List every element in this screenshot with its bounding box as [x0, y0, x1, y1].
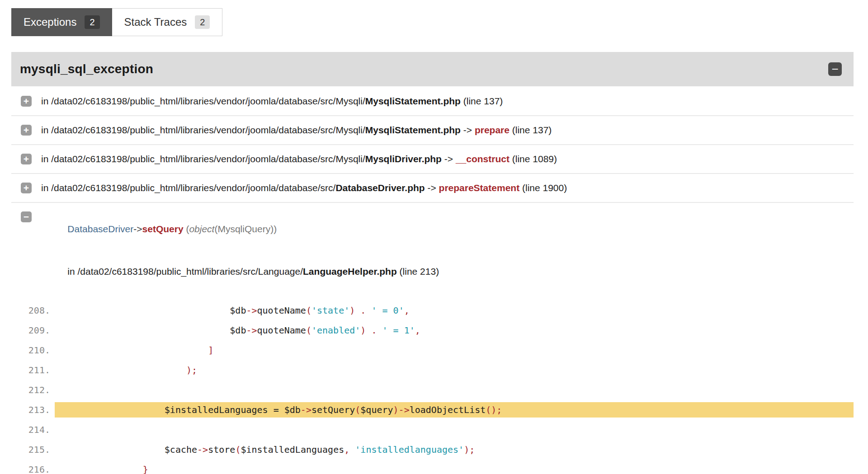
trace-row: +in /data02/c6183198/public_html/librari…	[11, 116, 854, 145]
tab-stack-traces-count-badge: 2	[195, 15, 210, 29]
tab-stack-traces[interactable]: Stack Traces 2	[112, 8, 223, 36]
file-name: MysqliStatement.php	[365, 96, 461, 106]
code-line: 216. }	[11, 460, 854, 474]
expanded-trace-body: DatabaseDriver->setQuery (object(MysqliQ…	[41, 210, 439, 291]
call-signature: DatabaseDriver->setQuery (object(MysqliQ…	[41, 210, 439, 248]
file-name: MysqliDriver.php	[365, 154, 442, 164]
exception-panel: mysqli_sql_exception − +in /data02/c6183…	[11, 52, 854, 474]
tab-bar: Exceptions 2 Stack Traces 2	[11, 8, 222, 36]
tab-stack-traces-label: Stack Traces	[124, 16, 187, 28]
code-text: );	[55, 362, 854, 378]
trace-text: in /data02/c6183198/public_html/librarie…	[41, 183, 567, 193]
method-name: setQuery	[142, 224, 184, 234]
exception-title: mysqli_sql_exception	[20, 62, 153, 76]
expand-icon[interactable]: +	[21, 96, 32, 107]
class-name: DatabaseDriver	[67, 224, 133, 234]
file-path-prefix: in /data02/c6183198/public_html/librarie…	[41, 154, 365, 164]
code-text: $db->quoteName('state') . ' = 0',	[55, 303, 854, 318]
code-line: 214.	[11, 420, 854, 440]
line-info: (line 1089)	[509, 154, 557, 164]
trace-text: in /data02/c6183198/public_html/librarie…	[41, 96, 503, 107]
collapse-frame-icon[interactable]: −	[21, 211, 32, 222]
code-excerpt: 208. $db->quoteName('state') . ' = 0',20…	[11, 300, 854, 474]
trace-row: +in /data02/c6183198/public_html/librari…	[11, 145, 854, 174]
method-name: prepareStatement	[439, 183, 520, 193]
code-text: $cache->store($installedLanguages, 'inst…	[55, 442, 854, 457]
args-type: object	[189, 224, 214, 234]
file-path-prefix: in /data02/c6183198/public_html/librarie…	[41, 96, 365, 106]
exception-header: mysqli_sql_exception −	[11, 52, 854, 86]
args-rest: (MysqliQuery))	[214, 224, 277, 234]
code-line: 208. $db->quoteName('state') . ' = 0',	[11, 300, 854, 320]
file-name: MysqliStatement.php	[365, 125, 461, 135]
file-name: LanguageHelper.php	[303, 266, 397, 277]
code-line: 212.	[11, 380, 854, 400]
expand-icon[interactable]: +	[21, 183, 32, 193]
line-info: (line 137)	[461, 96, 503, 106]
code-text	[55, 389, 854, 391]
arrow-operator: ->	[425, 183, 439, 193]
code-text: $db->quoteName('enabled') . ' = 1',	[55, 323, 854, 338]
arrow-operator: ->	[461, 125, 475, 135]
expand-icon[interactable]: +	[21, 125, 32, 136]
line-number: 210.	[11, 345, 55, 356]
code-line: 209. $db->quoteName('enabled') . ' = 1',	[11, 320, 854, 340]
call-arguments: (object(MysqliQuery))	[184, 224, 277, 234]
code-line-highlighted: 213. $installedLanguages = $db->setQuery…	[11, 400, 854, 420]
panel-collapse-icon[interactable]: −	[828, 62, 842, 76]
trace-text: in /data02/c6183198/public_html/librarie…	[41, 154, 557, 164]
expand-icon[interactable]: +	[21, 154, 32, 164]
trace-row: +in /data02/c6183198/public_html/librari…	[11, 174, 854, 203]
file-name: DatabaseDriver.php	[335, 183, 425, 193]
line-number: 215.	[11, 444, 55, 455]
line-number: 213.	[11, 404, 55, 415]
line-number: 211.	[11, 365, 55, 375]
args-open: (	[184, 224, 189, 234]
file-path-prefix: in /data02/c6183198/public_html/librarie…	[41, 183, 335, 193]
code-line: 215. $cache->store($installedLanguages, …	[11, 440, 854, 460]
trace-text: in /data02/c6183198/public_html/librarie…	[41, 125, 552, 136]
line-info: (line 1900)	[519, 183, 567, 193]
arrow-operator: ->	[133, 224, 142, 234]
tab-exceptions-label: Exceptions	[24, 16, 76, 28]
code-text: $installedLanguages = $db->setQuery($que…	[55, 402, 854, 418]
code-line: 211. );	[11, 360, 854, 380]
method-name: __construct	[456, 154, 509, 164]
line-number: 216.	[11, 464, 55, 474]
line-info: (line 213)	[397, 266, 439, 277]
code-text	[55, 428, 854, 431]
tab-exceptions-count-badge: 2	[85, 15, 99, 29]
file-path-prefix: in /data02/c6183198/public_html/librarie…	[67, 266, 303, 277]
tab-exceptions[interactable]: Exceptions 2	[11, 8, 112, 36]
file-path-prefix: in /data02/c6183198/public_html/librarie…	[41, 125, 365, 135]
code-text: }	[55, 462, 854, 474]
line-info: (line 137)	[509, 125, 552, 135]
expanded-trace-frame: − DatabaseDriver->setQuery (object(Mysql…	[11, 203, 854, 291]
code-line: 210. ]	[11, 340, 854, 360]
code-text: ]	[55, 343, 854, 358]
line-number: 209.	[11, 325, 55, 336]
line-number: 208.	[11, 305, 55, 316]
error-page: Exceptions 2 Stack Traces 2 mysqli_sql_e…	[0, 0, 868, 474]
trace-row: +in /data02/c6183198/public_html/librari…	[11, 87, 854, 116]
line-number: 214.	[11, 424, 55, 435]
method-name: prepare	[475, 125, 509, 135]
line-number: 212.	[11, 385, 55, 395]
trace-list: +in /data02/c6183198/public_html/librari…	[11, 87, 854, 203]
file-location: in /data02/c6183198/public_html/librarie…	[41, 253, 439, 291]
arrow-operator: ->	[442, 154, 456, 164]
